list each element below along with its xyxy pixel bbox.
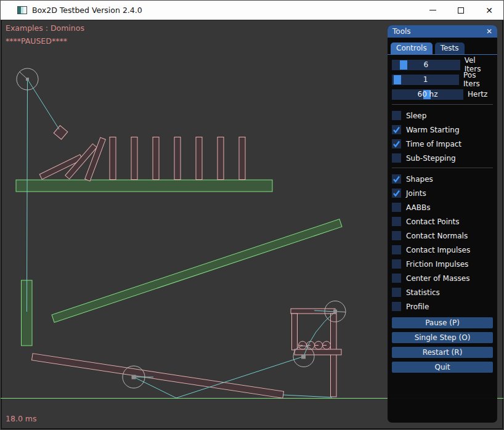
panel-close-icon[interactable]: ✕ — [486, 27, 492, 36]
checkbox-label: Friction Impulses — [406, 260, 468, 269]
checkbox-box[interactable] — [392, 288, 401, 297]
paused-label: ****PAUSED**** — [6, 36, 67, 46]
checkbox-box[interactable] — [392, 111, 401, 120]
pendulum-box — [54, 126, 68, 140]
standing-domino — [153, 137, 159, 180]
checkbox-sub-stepping[interactable]: Sub-Stepping — [392, 151, 493, 165]
slider-value: 60 hz — [392, 89, 463, 100]
check-icon — [392, 140, 400, 148]
domino-platform — [16, 180, 272, 192]
slider-value: 1 — [392, 75, 459, 85]
maximize-button[interactable] — [447, 1, 475, 20]
checkbox-label: Center of Masses — [406, 274, 469, 283]
window-title: Box2D Testbed Version 2.4.0 — [32, 6, 142, 15]
tab-controls[interactable]: Controls — [391, 43, 433, 54]
window-controls: ✕ — [418, 1, 503, 20]
checkbox-aabbs[interactable]: AABBs — [392, 200, 493, 214]
frame-time-label: 18.0 ms — [6, 414, 37, 423]
close-icon: ✕ — [486, 6, 493, 15]
anchor-square — [26, 78, 29, 81]
checkbox-contact-points[interactable]: Contact Points — [392, 214, 493, 229]
standing-domino — [217, 137, 224, 180]
vel-iters-slider[interactable]: 6 — [392, 60, 460, 70]
tab-tests[interactable]: Tests — [435, 43, 465, 54]
slider-label: Pos Iters — [463, 71, 493, 88]
standing-domino — [131, 137, 137, 180]
joint-line — [27, 79, 28, 312]
frame-shelf — [295, 349, 341, 355]
anchor-square — [301, 355, 306, 359]
tools-panel-titlebar[interactable]: Tools ✕ — [388, 25, 497, 38]
pos-iters-slider[interactable]: 1 — [392, 75, 459, 85]
checkbox-label: Profile — [406, 302, 429, 311]
checkbox-label: Sub-Stepping — [406, 154, 456, 163]
joint-anchors — [26, 78, 337, 379]
box2d-testbed-window: Examples : Dominos ****PAUSED**** 18.0 m… — [0, 0, 504, 430]
checkbox-label: Contact Impulses — [406, 246, 470, 254]
checkbox-label: Warm Starting — [406, 126, 460, 134]
slider-value: 6 — [392, 60, 460, 70]
tab-bar: Controls Tests — [388, 43, 497, 55]
checkbox-contact-normals[interactable]: Contact Normals — [392, 229, 493, 243]
quit-button[interactable]: Quit — [392, 362, 493, 373]
checkbox-joints[interactable]: Joints — [392, 186, 493, 200]
pause-button[interactable]: Pause (P) — [392, 317, 493, 328]
app-icon — [17, 6, 27, 14]
joint-line — [283, 395, 332, 397]
inclined-plank — [52, 219, 342, 323]
slider-vel-iters: 6 Vel Iters — [392, 57, 493, 72]
checkbox-profile[interactable]: Profile — [392, 299, 493, 314]
checkbox-box[interactable] — [392, 203, 401, 212]
checkbox-label: Sleep — [406, 112, 426, 120]
checkbox-box[interactable] — [392, 217, 401, 226]
checkbox-label: Contact Points — [406, 217, 460, 226]
frame-left-post — [292, 314, 298, 350]
dynamic-bodies — [31, 126, 341, 399]
checkbox-time-of-impact[interactable]: Time of Impact — [392, 137, 493, 151]
standing-domino — [196, 137, 202, 180]
anchor-square — [132, 375, 136, 379]
seesaw-plank — [31, 354, 283, 398]
checkbox-statistics[interactable]: Statistics — [392, 285, 493, 299]
fallen-domino — [85, 137, 106, 181]
checkbox-label: AABBs — [406, 203, 430, 212]
checkbox-sleep[interactable]: Sleep — [392, 108, 493, 123]
window-titlebar[interactable]: Box2D Testbed Version 2.4.0 ✕ — [1, 1, 503, 20]
standing-domino — [239, 137, 245, 180]
checkbox-friction-impulses[interactable]: Friction Impulses — [392, 257, 493, 271]
checkbox-box[interactable] — [392, 245, 401, 254]
checkbox-box[interactable] — [392, 153, 401, 163]
checkbox-label: Shapes — [406, 175, 433, 184]
checkbox-warm-starting[interactable]: Warm Starting — [392, 123, 493, 137]
slider-hertz: 60 hz Hertz — [392, 87, 493, 102]
checkbox-label: Contact Normals — [406, 232, 468, 240]
restart-button[interactable]: Restart (R) — [392, 347, 493, 358]
checkbox-box[interactable] — [392, 189, 401, 198]
checkbox-shapes[interactable]: Shapes — [392, 172, 493, 186]
minimize-icon — [429, 10, 436, 10]
slider-label: Hertz — [468, 90, 487, 99]
minimize-button[interactable] — [418, 1, 447, 20]
checkbox-center-of-masses[interactable]: Center of Masses — [392, 271, 493, 285]
checkbox-box[interactable] — [392, 125, 401, 134]
check-icon — [392, 126, 400, 134]
checkbox-box[interactable] — [392, 231, 401, 240]
maximize-icon — [458, 7, 464, 14]
separator — [392, 168, 493, 168]
anchor-square — [333, 310, 337, 314]
checkbox-contact-impulses[interactable]: Contact Impulses — [392, 243, 493, 257]
checkbox-box[interactable] — [392, 174, 401, 184]
single-step-button[interactable]: Single Step (O) — [392, 332, 493, 343]
tools-panel: Tools ✕ Controls Tests 6 Vel Iters 1 Pos… — [388, 25, 497, 423]
close-button[interactable]: ✕ — [475, 1, 503, 20]
panel-body: 6 Vel Iters 1 Pos Iters 60 hz Hertz — [388, 55, 497, 373]
checkbox-label: Statistics — [406, 288, 440, 297]
hertz-slider[interactable]: 60 hz — [392, 89, 463, 100]
checkbox-box[interactable] — [392, 259, 401, 269]
separator — [392, 104, 493, 105]
checkbox-box[interactable] — [392, 274, 401, 283]
checkbox-box[interactable] — [392, 139, 401, 148]
check-icon — [392, 175, 400, 183]
checkbox-box[interactable] — [392, 302, 401, 311]
checkbox-label: Time of Impact — [406, 140, 461, 148]
